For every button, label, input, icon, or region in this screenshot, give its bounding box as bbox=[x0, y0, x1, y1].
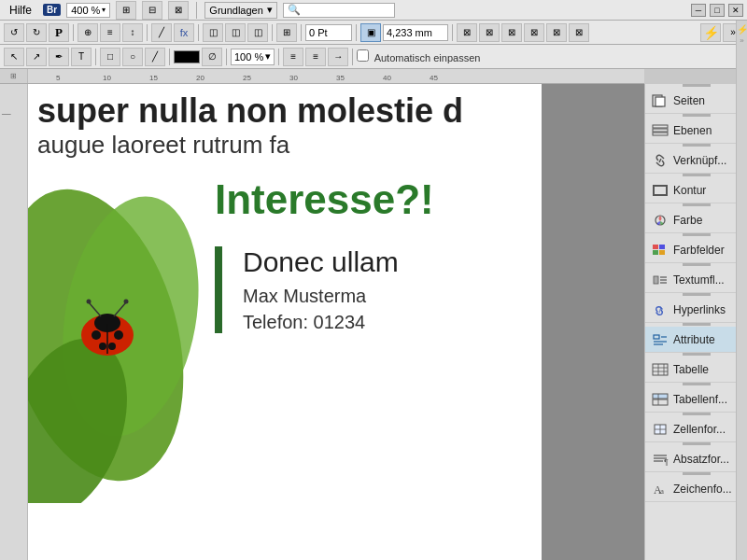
color-swatch[interactable] bbox=[174, 50, 200, 63]
green-bar bbox=[215, 246, 222, 333]
panel-item-ebenen[interactable]: Ebenen bbox=[645, 118, 747, 144]
dist-btn6[interactable]: ⊠ bbox=[569, 23, 589, 42]
rect-btn[interactable]: □ bbox=[100, 48, 120, 66]
justify-btn2[interactable]: ≡ bbox=[305, 48, 326, 66]
canvas-area[interactable]: super nulla non molestie d augue laoreet… bbox=[0, 84, 644, 560]
frame-btn[interactable]: ▣ bbox=[360, 23, 381, 42]
ruler: ⊞ 5 10 15 20 25 30 35 40 45 bbox=[0, 69, 644, 84]
zoom-control[interactable]: 400 % ▾ bbox=[66, 3, 110, 18]
dist-btn2[interactable]: ⊠ bbox=[479, 23, 500, 42]
right-content: Interesse?! Donec ullam Max Musterma Tel… bbox=[215, 167, 542, 354]
arrange-btn[interactable]: ⊞ bbox=[276, 23, 297, 42]
page-canvas: super nulla non molestie d augue laoreet… bbox=[28, 84, 542, 560]
color-none[interactable]: ∅ bbox=[202, 48, 222, 66]
percent-arrow: ▾ bbox=[265, 50, 271, 63]
paragraph-icon: ¶ bbox=[651, 452, 669, 467]
panel-item-farbfelder[interactable]: Farbfelder bbox=[645, 237, 747, 263]
panel-item-absatzfor[interactable]: ¶ Absatzfor... bbox=[645, 446, 747, 472]
minimize-button[interactable]: ─ bbox=[691, 4, 706, 17]
svg-text:¶: ¶ bbox=[664, 457, 669, 466]
svg-rect-24 bbox=[653, 250, 658, 255]
text-btn[interactable]: T bbox=[71, 48, 92, 66]
close-button[interactable]: ✕ bbox=[728, 4, 743, 17]
svg-line-19 bbox=[659, 159, 661, 162]
edge-lightning[interactable]: ⚡ bbox=[737, 24, 748, 35]
tool-1[interactable]: ⊕ bbox=[78, 23, 98, 42]
align-c[interactable]: ◫ bbox=[225, 23, 246, 42]
search-bar[interactable]: 🔍 bbox=[283, 3, 395, 18]
panel-item-verknuepf[interactable]: Verknüpf... bbox=[645, 147, 747, 174]
sep-r1 bbox=[95, 49, 96, 65]
sep-r5 bbox=[352, 49, 353, 65]
main-layout: super nulla non molestie d augue laoreet… bbox=[0, 84, 747, 560]
justify-btn[interactable]: ≡ bbox=[283, 48, 303, 66]
middle-section: Interesse?! Donec ullam Max Musterma Tel… bbox=[28, 167, 542, 354]
align-l[interactable]: ◫ bbox=[203, 23, 223, 42]
arrow-btn[interactable]: → bbox=[328, 48, 348, 66]
panel-item-farbe[interactable]: Farbe bbox=[645, 207, 747, 233]
menu-hilfe[interactable]: Hilfe bbox=[4, 2, 37, 19]
panel-label-farbfelder: Farbfelder bbox=[673, 244, 741, 257]
svg-rect-16 bbox=[653, 129, 668, 132]
panel-label-hyperlinks: Hyperlinks bbox=[673, 303, 741, 316]
panel-item-zeichenfo[interactable]: Aa Zeichenfo... bbox=[645, 476, 747, 502]
ellipse-btn[interactable]: ○ bbox=[122, 48, 143, 66]
preset-dropdown[interactable]: Grundlagen ▾ bbox=[204, 2, 277, 19]
direct-btn[interactable]: ↗ bbox=[26, 48, 47, 66]
undo-btn[interactable]: ↺ bbox=[4, 23, 24, 42]
dist-btn1[interactable]: ⊠ bbox=[457, 23, 477, 42]
svg-point-8 bbox=[108, 343, 116, 350]
select-btn[interactable]: ↖ bbox=[4, 48, 24, 66]
svg-rect-22 bbox=[653, 245, 658, 249]
view-btn-3[interactable]: ⊠ bbox=[168, 1, 189, 20]
color-icon bbox=[651, 213, 669, 228]
panel-item-tabelle[interactable]: Tabelle bbox=[645, 357, 747, 383]
interesse-text: Interesse?! bbox=[215, 176, 542, 237]
percent-dropdown[interactable]: 100 % ▾ bbox=[231, 49, 275, 65]
sep-r3 bbox=[226, 49, 227, 65]
stroke-btn[interactable]: ╱ bbox=[151, 23, 172, 42]
br-badge: Br bbox=[43, 4, 61, 16]
link-icon bbox=[651, 153, 669, 168]
panel-label-absatzfor: Absatzfor... bbox=[673, 453, 741, 466]
panel-item-kontur[interactable]: Kontur bbox=[645, 177, 747, 203]
view-btn-2[interactable]: ⊟ bbox=[142, 1, 162, 20]
panel-item-attribute[interactable]: Attribute bbox=[645, 327, 747, 353]
maximize-button[interactable]: □ bbox=[710, 4, 725, 17]
svg-rect-31 bbox=[654, 335, 659, 339]
tool-2[interactable]: ≡ bbox=[100, 23, 120, 42]
view-btn-1[interactable]: ⊞ bbox=[116, 1, 136, 20]
dist-btn4[interactable]: ⊠ bbox=[524, 23, 544, 42]
p-btn[interactable]: P bbox=[49, 23, 69, 42]
table-format-icon bbox=[651, 392, 669, 407]
donec-text: Donec ullam bbox=[243, 246, 542, 278]
panel-label-ebenen: Ebenen bbox=[673, 124, 741, 137]
pen-btn[interactable]: ✒ bbox=[49, 48, 69, 66]
dist-btn5[interactable]: ⊠ bbox=[546, 23, 567, 42]
svg-point-12 bbox=[87, 300, 92, 304]
line-btn[interactable]: ╱ bbox=[145, 48, 165, 66]
panel-item-zellenfor[interactable]: Zellenfor... bbox=[645, 416, 747, 442]
panel-item-textumfl[interactable]: Textumfl... bbox=[645, 267, 747, 293]
panel-label-tabellenf: Tabellenf... bbox=[673, 393, 741, 406]
svg-point-5 bbox=[92, 330, 101, 340]
edge-arrow[interactable]: » bbox=[740, 36, 743, 45]
align-r[interactable]: ◫ bbox=[247, 23, 268, 42]
panel-label-zellenfor: Zellenfor... bbox=[673, 423, 741, 436]
panel-item-hyperlinks[interactable]: Hyperlinks bbox=[645, 297, 747, 323]
svg-rect-20 bbox=[654, 186, 667, 195]
pt-input[interactable]: 0 Pt bbox=[305, 24, 352, 41]
panel-item-tabellenf[interactable]: Tabellenf... bbox=[645, 386, 747, 413]
zoom-arrow[interactable]: ▾ bbox=[102, 6, 106, 14]
dist-btn3[interactable]: ⊠ bbox=[501, 23, 522, 42]
tool-3[interactable]: ↕ bbox=[122, 23, 143, 42]
redo-btn[interactable]: ↻ bbox=[26, 23, 47, 42]
right-panel: Seiten Ebenen Verknüpf... Kontur bbox=[644, 84, 747, 560]
panel-item-seiten[interactable]: Seiten bbox=[645, 88, 747, 114]
hyperlink-icon bbox=[651, 302, 669, 317]
pt-value: 0 Pt bbox=[309, 27, 328, 38]
mm-input[interactable]: 4,233 mm bbox=[383, 24, 448, 41]
auto-fit-checkbox[interactable] bbox=[357, 49, 369, 62]
fx-btn[interactable]: fx bbox=[174, 23, 194, 42]
lightning-btn[interactable]: ⚡ bbox=[700, 23, 721, 42]
